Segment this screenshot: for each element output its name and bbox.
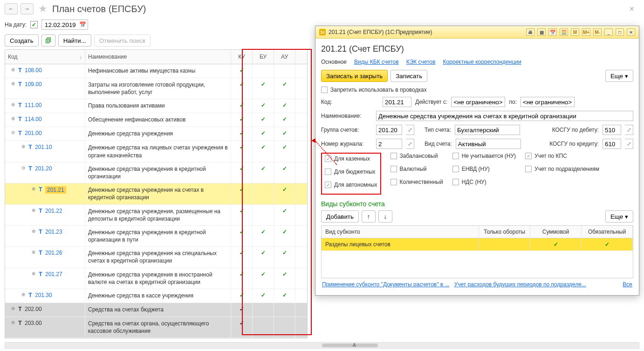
expand-icon[interactable]: ⊕ xyxy=(21,292,26,297)
table-row[interactable]: ⊕Т111.00Права пользования активами✓✓✓ xyxy=(5,99,307,113)
tab-kbk[interactable]: Виды КБК счетов xyxy=(354,59,399,65)
kosgu-debit-input[interactable] xyxy=(603,125,621,135)
flag-budget[interactable] xyxy=(325,169,331,175)
journal-input[interactable] xyxy=(376,139,402,149)
flag-envd[interactable] xyxy=(452,166,459,172)
flag-no-tax[interactable] xyxy=(452,153,459,159)
name-input[interactable] xyxy=(376,111,633,121)
account-kind-input[interactable] xyxy=(456,139,521,149)
subconto-more-button[interactable]: Еще ▾ xyxy=(605,210,633,223)
expand-icon[interactable]: ⊕ xyxy=(11,67,15,72)
forward-button[interactable]: → xyxy=(21,3,34,14)
modal-titlebar[interactable]: 1c 201.21 (Счет ЕПСБУ) (1С:Предприятие) … xyxy=(315,26,639,39)
table-row[interactable]: ⊕Т201.23Денежные средства учреждения в к… xyxy=(5,226,307,247)
expand-icon[interactable]: ⊖ xyxy=(11,130,15,135)
expand-icon[interactable]: ⊕ xyxy=(31,271,36,276)
table-row[interactable]: ⊕Т201.10Денежные средства на лицевых сче… xyxy=(5,141,307,162)
modal-close-icon[interactable]: ✕ xyxy=(627,28,635,36)
flag-autonomous[interactable] xyxy=(325,182,331,188)
expand-icon[interactable]: ⊕ xyxy=(31,229,36,234)
table-row[interactable]: ⊖Т201.00Денежные средства учреждения✓✓✓ xyxy=(5,127,307,141)
flag-nds[interactable] xyxy=(452,179,459,185)
find-button[interactable]: Найти... xyxy=(58,34,91,47)
expand-icon[interactable]: ⊕ xyxy=(31,208,36,213)
mem-m[interactable]: M xyxy=(571,28,579,36)
minimize-icon[interactable]: _ xyxy=(604,28,613,36)
save-button[interactable]: Записать xyxy=(391,70,427,82)
mem-mminus[interactable]: M- xyxy=(593,28,602,36)
save-close-button[interactable]: Записать и закрыть xyxy=(321,70,388,82)
close-icon[interactable]: ✕ xyxy=(624,5,639,13)
accounts-grid[interactable]: Код↓ Наименование КУ БУ АУ ⊕Т108.00Нефин… xyxy=(5,49,308,338)
valid-from-input[interactable] xyxy=(451,97,505,107)
back-button[interactable]: ← xyxy=(5,3,18,14)
au-cell: ✓ xyxy=(274,289,295,303)
create-button[interactable]: Создать xyxy=(5,34,39,47)
grid-icon[interactable]: ▦ xyxy=(537,28,546,36)
subconto-add-button[interactable]: Добавить xyxy=(321,210,359,223)
expand-icon[interactable]: ⊕ xyxy=(31,250,36,255)
mem-mplus[interactable]: M+ xyxy=(582,28,590,36)
kosgu-credit-input[interactable] xyxy=(603,139,621,149)
kosgu-kt-open-icon[interactable]: ⤢ xyxy=(625,139,633,149)
ku-cell: ✓ xyxy=(231,78,253,99)
scrollbar-thumb[interactable] xyxy=(322,344,378,347)
expand-icon[interactable]: ⊕ xyxy=(11,102,15,107)
horizontal-scrollbar[interactable]: А xyxy=(5,342,639,349)
expand-icon[interactable]: ⊕ xyxy=(11,116,15,121)
journal-open-icon[interactable]: ⤢ xyxy=(406,139,414,149)
expand-icon[interactable]: ⊖ xyxy=(21,165,26,170)
calc-icon[interactable]: 🧮 xyxy=(560,28,568,36)
expand-icon[interactable]: ⊕ xyxy=(21,144,26,149)
calendar2-icon[interactable]: 📅 xyxy=(548,28,557,36)
calendar-icon[interactable]: 📅 xyxy=(79,21,86,28)
expand-icon[interactable]: ⊕ xyxy=(31,186,36,191)
flag-dept[interactable] xyxy=(525,166,532,172)
code-value: 201.22 xyxy=(45,208,62,214)
flag-quantity[interactable] xyxy=(391,179,397,185)
maximize-icon[interactable]: □ xyxy=(616,28,624,36)
table-row[interactable]: ⊕Т202.00Средства на счетах бюджета✓ xyxy=(5,303,307,317)
link-all[interactable]: Все xyxy=(623,281,632,288)
table-row[interactable]: ⊕Т203.00Средства на счетах органа, осуще… xyxy=(5,317,307,338)
table-row[interactable]: ⊖Т201.20Денежные средства учреждения в к… xyxy=(5,162,307,183)
subconto-grid[interactable]: Вид субконто Только обороты Суммовой Обя… xyxy=(321,225,633,278)
tab-main[interactable]: Основное xyxy=(321,59,347,65)
expand-icon[interactable]: ⊕ xyxy=(11,320,15,325)
table-row[interactable]: ⊕Т201.21Денежные средства учреждения на … xyxy=(5,183,307,204)
flag-kps[interactable] xyxy=(525,153,532,159)
forbid-checkbox[interactable] xyxy=(321,87,328,93)
more-button[interactable]: Еще ▾ xyxy=(605,70,633,82)
move-down-button[interactable]: ↓ xyxy=(378,210,392,223)
group-open-icon[interactable]: ⤢ xyxy=(406,125,414,135)
table-row[interactable]: ⊕Т108.00Нефинансовые активы имущества ка… xyxy=(5,64,307,78)
expand-icon[interactable]: ⊕ xyxy=(11,306,15,311)
favorite-icon[interactable]: ★ xyxy=(38,3,48,15)
table-row[interactable]: ⊕Т109.00Затраты на изготовление готовой … xyxy=(5,78,307,99)
group-input[interactable] xyxy=(376,125,402,135)
table-row[interactable]: ⊕Т201.27Денежные средства учреждения в и… xyxy=(5,268,307,289)
flag-currency[interactable] xyxy=(391,166,397,172)
link-documents[interactable]: Применение субконто "Документы расчетов"… xyxy=(322,281,450,288)
kosgu-dt-open-icon[interactable]: ⤢ xyxy=(625,125,633,135)
link-expenses[interactable]: Учет расходов будущих периодов по подраз… xyxy=(454,281,586,288)
tab-kek[interactable]: КЭК счетов xyxy=(406,59,436,65)
table-row[interactable]: ⊕Т201.30Денежные средства в кассе учрежд… xyxy=(5,289,307,303)
flag-offbalance[interactable] xyxy=(391,153,397,159)
move-up-button[interactable]: ↑ xyxy=(362,210,376,223)
expand-icon[interactable]: ⊕ xyxy=(11,81,15,86)
subconto-row[interactable]: Разделы лицевых счетов ✓ ✓ xyxy=(322,238,633,251)
print-icon[interactable]: 🖶 xyxy=(526,28,534,36)
table-row[interactable]: ⊕Т201.22Денежные средства учреждения, ра… xyxy=(5,205,307,226)
table-row[interactable]: ⊕Т114.00Обесценение нефинансовых активов… xyxy=(5,113,307,127)
date-enabled-checkbox[interactable]: ✓ xyxy=(30,21,38,28)
ku-cell: ✓ xyxy=(231,64,253,78)
tab-corr[interactable]: Корректные корреспонденции xyxy=(443,59,521,65)
account-type-input[interactable] xyxy=(455,125,520,135)
table-row[interactable]: ⊕Т201.26Денежные средства учреждения на … xyxy=(5,247,307,268)
copy-button[interactable]: 🗐 xyxy=(41,34,55,47)
code-input[interactable] xyxy=(383,97,411,107)
sort-icon[interactable]: ↓ xyxy=(80,54,82,60)
bu-cell xyxy=(253,64,274,78)
valid-to-input[interactable] xyxy=(521,97,575,107)
